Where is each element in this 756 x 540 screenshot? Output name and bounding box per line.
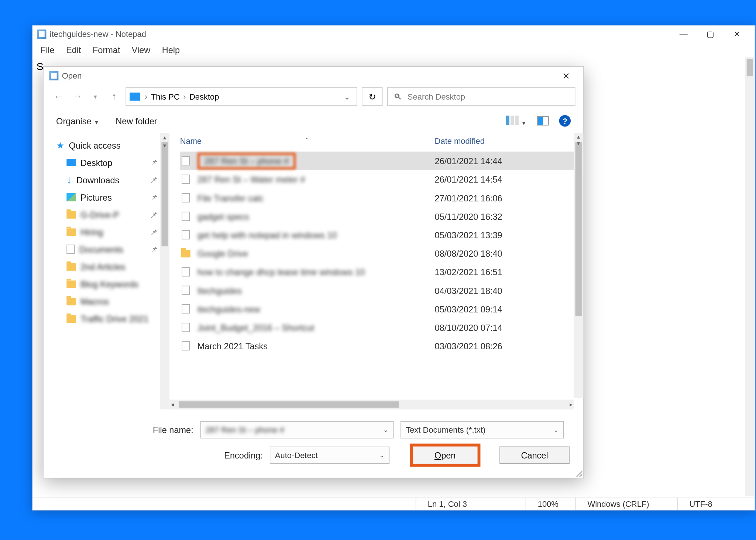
refresh-button[interactable]: ↻ [362,87,382,106]
notepad-title: itechguides-new - Notepad [50,30,146,39]
file-row[interactable]: get help with notepad in windows 1005/03… [180,226,584,244]
menu-help[interactable]: Help [157,44,184,56]
breadcrumb-leaf[interactable]: Desktop [189,92,219,101]
file-name: Itechguides [197,285,242,295]
file-name: get help with notepad in windows 10 [197,230,337,240]
file-row[interactable]: gadget specs05/11/2020 16:32 [180,207,584,225]
tree-item[interactable]: Documents📌︎ [56,240,169,258]
file-type-filter[interactable]: Text Documents (*.txt) ⌄ [401,421,564,439]
cancel-button[interactable]: Cancel [499,446,570,464]
tree-item[interactable]: Blog Keywords [56,275,169,292]
nav-forward-icon[interactable]: → [70,90,84,104]
resize-grip[interactable] [574,468,582,477]
file-row[interactable]: Joint_Budget_2016 – Shortcut08/10/2020 0… [180,318,584,336]
notepad-scrollbar[interactable] [745,57,755,496]
maximize-button[interactable]: ▢ [697,25,724,43]
file-date: 05/03/2021 13:39 [435,230,577,240]
breadcrumb-root[interactable]: This PC [151,92,180,101]
sort-indicator-icon: ˆ [306,138,307,144]
search-input[interactable]: 🔍︎ Search Desktop [387,87,575,106]
encoding-label: Encoding: [57,450,263,460]
file-list: 287 Ren St – phone #26/01/2021 14:44287 … [169,149,583,410]
file-name: 287 Ren St – Water meter # [197,174,305,184]
file-pane: Nameˆ Date modified 287 Ren St – phone #… [169,133,583,410]
menu-edit[interactable]: Edit [61,44,86,56]
new-folder-button[interactable]: New folder [116,116,157,126]
nav-up-icon[interactable]: ↑ [107,90,121,104]
notepad-menubar: File Edit Format View Help [32,43,755,57]
file-icon [182,304,190,314]
tree-scrollbar[interactable] [160,133,170,410]
chevron-down-icon[interactable]: ⌄ [383,426,388,433]
status-zoom: 100% [526,497,575,510]
chevron-down-icon[interactable]: ⌄ [379,451,384,459]
close-button[interactable]: ✕ [724,25,750,43]
tree-item[interactable]: 2nd Articles [56,258,169,275]
filename-label: File name: [57,425,193,435]
file-name: how to change dhcp lease time windows 10 [197,267,365,277]
tree-quick-access[interactable]: ★ Quick access [56,136,169,154]
nav-recent-icon[interactable]: ▾ [89,90,103,104]
nav-back-icon[interactable]: ← [52,90,66,104]
tree-item-label: Blog Keywords [80,279,138,289]
tree-item-label: Pictures [80,192,112,202]
file-icon [182,175,190,184]
tree-item-label: Traffic Drive 2021 [80,314,148,324]
tree-item[interactable]: G-Drive-P📌︎ [56,206,169,223]
tree-item[interactable]: Traffic Drive 2021 [56,310,169,327]
pin-icon: 📌︎ [150,227,158,236]
file-hscrollbar[interactable]: ◂ ▸ [169,399,573,409]
file-date: 08/10/2020 07:14 [435,322,577,332]
menu-format[interactable]: Format [88,44,125,56]
minimize-button[interactable]: — [670,25,697,43]
folder-icon [66,315,76,322]
view-mode-button[interactable]: ▼ [506,115,527,127]
encoding-select[interactable]: Auto-Detect ⌄ [270,446,389,464]
chevron-down-icon[interactable]: ⌄ [553,426,559,433]
open-dialog: Open ✕ ← → ▾ ↑ › This PC › Desktop ⌄ ↻ 🔍… [43,66,584,478]
menu-view[interactable]: View [127,44,155,56]
navigation-tree: ★ Quick access Desktop📌︎↓Downloads📌︎Pict… [44,133,170,410]
dialog-close-button[interactable]: ✕ [554,70,578,82]
tree-item[interactable]: Desktop📌︎ [56,154,169,171]
search-placeholder: Search Desktop [408,92,465,101]
file-row[interactable]: 287 Ren St – Water meter #26/01/2021 14:… [180,170,584,188]
tree-item[interactable]: Macros [56,292,169,310]
organise-button[interactable]: Organise▼ [56,116,99,126]
tree-item-label: Downloads [76,175,119,185]
file-date: 05/11/2020 16:32 [435,211,577,221]
file-row[interactable]: how to change dhcp lease time windows 10… [180,263,584,281]
tree-item-label: G-Drive-P [80,210,119,219]
notepad-titlebar: itechguides-new - Notepad — ▢ ✕ [32,25,755,43]
file-name: Joint_Budget_2016 – Shortcut [197,322,314,332]
pictures-icon [66,193,76,201]
col-date[interactable]: Date modified [435,136,485,145]
tree-item[interactable]: Hiring📌︎ [56,223,169,240]
preview-pane-button[interactable] [537,116,549,125]
file-row[interactable]: March 2021 Tasks03/03/2021 08:26 [180,337,584,355]
file-icon [182,230,190,239]
file-row[interactable]: Google Drive08/08/2020 18:40 [180,244,584,263]
column-headers: Nameˆ Date modified [169,133,583,149]
tree-item[interactable]: Pictures📌︎ [56,188,169,206]
file-row[interactable]: File Transfer calc27/01/2021 16:06 [180,188,584,207]
notepad-statusbar: Ln 1, Col 3 100% Windows (CRLF) UTF-8 [32,497,755,510]
file-row[interactable]: itechguides-new05/03/2021 09:14 [180,300,584,318]
col-name[interactable]: Name [180,136,202,145]
file-row[interactable]: Itechguides04/03/2021 18:40 [180,281,584,300]
open-button[interactable]: Open [410,444,480,467]
menu-file[interactable]: File [36,44,59,56]
file-icon [182,341,190,350]
status-position: Ln 1, Col 3 [416,497,526,510]
desktop-icon [66,159,76,166]
folder-icon [181,250,190,257]
file-row[interactable]: 287 Ren St – phone #26/01/2021 14:44 [180,152,584,170]
breadcrumb-dropdown-icon[interactable]: ⌄ [344,92,353,101]
file-icon [66,245,75,254]
address-bar-row: ← → ▾ ↑ › This PC › Desktop ⌄ ↻ 🔍︎ Searc… [44,84,584,109]
breadcrumb[interactable]: › This PC › Desktop ⌄ [126,87,357,106]
tree-item[interactable]: ↓Downloads📌︎ [56,171,169,188]
filename-input[interactable]: 287 Ren St – phone # ⌄ [200,421,394,439]
help-icon[interactable]: ? [559,115,571,127]
file-vscrollbar[interactable] [574,133,584,398]
